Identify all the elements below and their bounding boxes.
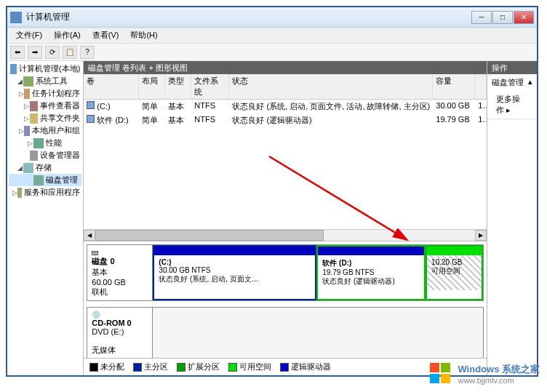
volume-row[interactable]: (C:) 简单 基本 NTFS 状态良好 (系统, 启动, 页面文件, 活动, … (84, 100, 487, 113)
col-status[interactable]: 状态 (229, 74, 433, 99)
col-filesystem[interactable]: 文件系统 (191, 74, 229, 99)
legend-logical: 逻辑驱动器 (280, 361, 331, 372)
volume-icon (87, 115, 95, 123)
perf-icon (33, 138, 44, 148)
watermark: Windows 系统之家 www.bjjmlv.com (430, 363, 540, 385)
device-icon (30, 151, 39, 161)
watermark-url: www.bjjmlv.com (458, 376, 540, 385)
col-capacity[interactable]: 容量 (433, 74, 475, 99)
collapse-icon[interactable]: ◢ (16, 164, 23, 172)
volume-icon (87, 101, 95, 109)
volume-list: 卷 布局 类型 文件系统 状态 容量 (C:) 简单 基本 NTFS 状态良好 … (84, 74, 487, 241)
tree-shared-folders[interactable]: ▷共享文件夹 (9, 112, 81, 124)
legend-free: 可用空间 (228, 361, 271, 372)
tree-performance[interactable]: ▷性能 (9, 137, 81, 149)
col-volume[interactable]: 卷 (84, 74, 139, 99)
cdrom-row: 💿 CD-ROM 0 DVD (E:) 无媒体 (87, 307, 484, 358)
app-icon (10, 12, 22, 23)
actions-header: 操作 (487, 61, 537, 74)
forward-button[interactable]: ➡ (28, 46, 42, 59)
tree-local-users[interactable]: ▷本地用户和组 (9, 124, 81, 137)
back-button[interactable]: ⬅ (10, 46, 25, 59)
chevron-right-icon: ▸ (506, 105, 511, 114)
tree-disk-management[interactable]: 磁盘管理 (9, 174, 81, 186)
disk-0-row: 🖴 磁盘 0 基本 60.00 GB 联机 (C:) 30.00 GB NTFS (87, 244, 484, 301)
legend-extended: 扩展分区 (177, 361, 220, 372)
legend: 未分配 主分区 扩展分区 可用空间 逻辑驱动器 (84, 358, 487, 375)
tree-task-scheduler[interactable]: ▷任务计划程序 (9, 87, 81, 100)
more-actions[interactable]: 更多操作 ▸ (487, 91, 537, 119)
refresh-button[interactable]: ⟳ (45, 46, 60, 59)
center-panel: 磁盘管理 卷列表 + 图形视图 卷 布局 类型 文件系统 状态 容量 (C:) … (84, 61, 487, 375)
help-button[interactable]: ? (80, 46, 95, 59)
tools-icon (23, 76, 33, 87)
expand-icon[interactable]: ▷ (12, 189, 17, 196)
tree-device-manager[interactable]: 设备管理器 (9, 149, 81, 161)
legend-unallocated: 未分配 (89, 361, 124, 372)
partition-c[interactable]: (C:) 30.00 GB NTFS 状态良好 (系统, 启动, 页面文… (153, 245, 316, 300)
tree-event-viewer[interactable]: ▷事件查看器 (9, 100, 81, 112)
titlebar: 计算机管理 ─ □ ✕ (7, 7, 537, 28)
menu-help[interactable]: 帮助(H) (124, 28, 163, 42)
services-icon (17, 188, 22, 198)
maximize-button[interactable]: □ (492, 11, 513, 24)
windows-logo-icon (430, 363, 453, 385)
volume-list-header: 卷 布局 类型 文件系统 状态 容量 (84, 74, 487, 100)
scroll-left-button[interactable]: ◀ (84, 230, 95, 241)
expand-icon[interactable]: ▷ (26, 140, 33, 147)
folder-icon (30, 113, 39, 124)
tree-root[interactable]: 计算机管理(本地) (9, 63, 81, 75)
toolbar: ⬅ ➡ ⟳ 📋 ? (7, 44, 537, 61)
minimize-button[interactable]: ─ (471, 11, 492, 24)
col-free[interactable] (475, 74, 487, 99)
disk-0-label[interactable]: 🖴 磁盘 0 基本 60.00 GB 联机 (87, 245, 153, 300)
expand-icon[interactable]: ▷ (23, 103, 29, 110)
partition-free[interactable]: 10.20 GB 可用空间 (426, 245, 483, 300)
menu-action[interactable]: 操作(A) (48, 28, 87, 42)
menubar: 文件(F) 操作(A) 查看(V) 帮助(H) (7, 28, 537, 44)
storage-icon (23, 163, 33, 173)
main-window: 计算机管理 ─ □ ✕ 文件(F) 操作(A) 查看(V) 帮助(H) ⬅ ➡ … (6, 6, 538, 377)
horizontal-scrollbar[interactable]: ◀ ▶ (84, 229, 487, 241)
volume-row[interactable]: 软件 (D:) 简单 基本 NTFS 状态良好 (逻辑驱动器) 19.79 GB… (84, 113, 487, 127)
menu-file[interactable]: 文件(F) (10, 28, 48, 42)
collapse-icon[interactable]: ◢ (16, 78, 23, 85)
center-header: 磁盘管理 卷列表 + 图形视图 (84, 61, 487, 74)
main-layout: 计算机管理(本地) ◢系统工具 ▷任务计划程序 ▷事件查看器 ▷共享文件夹 ▷本… (7, 61, 537, 375)
expand-icon[interactable]: ▷ (23, 115, 29, 122)
window-controls: ─ □ ✕ (471, 11, 534, 24)
computer-icon (10, 64, 17, 74)
legend-primary: 主分区 (133, 361, 168, 372)
partition-d[interactable]: 软件 (D:) 19.79 GB NTFS 状态良好 (逻辑驱动器) (316, 245, 426, 300)
disk-graphic-area: 🖴 磁盘 0 基本 60.00 GB 联机 (C:) 30.00 GB NTFS (84, 241, 487, 358)
close-button[interactable]: ✕ (514, 11, 534, 24)
col-type[interactable]: 类型 (165, 74, 191, 99)
window-title: 计算机管理 (26, 11, 471, 23)
disk-0-graphic: (C:) 30.00 GB NTFS 状态良好 (系统, 启动, 页面文… 软件… (153, 245, 483, 300)
properties-button[interactable]: 📋 (63, 46, 77, 59)
event-icon (30, 101, 39, 111)
users-icon (24, 126, 30, 136)
scroll-right-button[interactable]: ▶ (475, 230, 487, 241)
actions-title[interactable]: 磁盘管理▴ (487, 74, 537, 91)
watermark-title: Windows 系统之家 (458, 363, 540, 376)
cdrom-label[interactable]: 💿 CD-ROM 0 DVD (E:) 无媒体 (87, 308, 153, 358)
clock-icon (24, 89, 30, 99)
expand-icon[interactable]: ▷ (19, 90, 24, 97)
chevron-up-icon: ▴ (528, 77, 532, 88)
tree-storage[interactable]: ◢存储 (9, 161, 81, 174)
navigation-tree: 计算机管理(本地) ◢系统工具 ▷任务计划程序 ▷事件查看器 ▷共享文件夹 ▷本… (7, 61, 84, 375)
actions-panel: 操作 磁盘管理▴ 更多操作 ▸ (487, 61, 537, 375)
col-layout[interactable]: 布局 (139, 74, 165, 99)
disk-icon (33, 175, 44, 185)
tree-services[interactable]: ▷服务和应用程序 (9, 186, 81, 199)
menu-view[interactable]: 查看(V) (87, 28, 125, 42)
expand-icon[interactable]: ▷ (19, 127, 24, 135)
cdrom-graphic (153, 308, 483, 358)
tree-system-tools[interactable]: ◢系统工具 (9, 75, 81, 87)
scroll-track[interactable] (95, 230, 475, 241)
scroll-thumb[interactable] (95, 230, 323, 241)
